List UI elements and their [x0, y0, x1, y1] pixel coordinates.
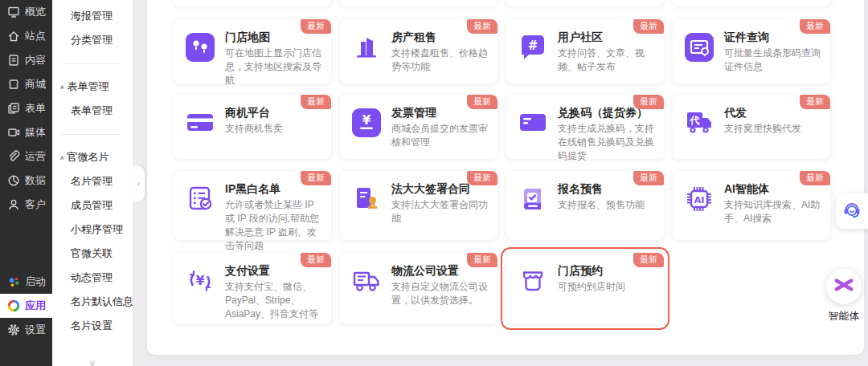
new-badge: 最新	[467, 171, 497, 185]
card-description: 支持知识库搜索、AI助手、AI搜索	[724, 198, 821, 226]
media-icon	[7, 126, 20, 139]
card-title: 门店预约	[558, 263, 625, 278]
sidebar-item-top-3[interactable]: 商城	[0, 72, 52, 96]
nav-item-8[interactable]: 成员管理	[52, 193, 133, 218]
card-text: 支付设置 支持支付宝、微信、PayPal、Stripe、AsiaPay、抖音支付…	[225, 263, 321, 321]
agent-button[interactable]	[826, 269, 862, 304]
headset-icon	[841, 199, 862, 223]
card-description: 支持楼盘租售、价格趋势等功能	[391, 47, 488, 74]
app-card-门店地图[interactable]: 最新 门店地图 可在地图上显示门店信息，支持地区搜索及导航	[174, 19, 331, 83]
sidebar-item-top-1[interactable]: 站点	[0, 24, 52, 48]
sidebar-item-label: 运营	[25, 149, 46, 164]
card-row: 最新 商机平台 支持商机售卖 最新 ¥ 发票管理 商城会员提交的发票审核和管理 …	[174, 95, 864, 159]
sidebar-item-top-8[interactable]: 客户	[0, 193, 52, 217]
sidebar-item-label: 启动	[25, 274, 46, 289]
app-card-法大大签署合同[interactable]: 最新 法大大签署合同 支持法大大签署合同功能	[340, 171, 497, 240]
apps-panel: 最新 门店地图 可在地图上显示门店信息，支持地区搜索及导航 最新 房产租售 支持…	[147, 0, 864, 355]
nav-group-header-3[interactable]: ∧表单管理	[52, 75, 133, 99]
app-card-AI智能体[interactable]: 最新 AI AI智能体 支持知识库搜索、AI助手、AI搜索	[673, 171, 830, 240]
new-badge: 最新	[301, 171, 331, 185]
sidebar-item-top-0[interactable]: 概览	[0, 0, 52, 24]
bank-card-icon	[184, 107, 216, 139]
app-card-商机平台[interactable]: 最新 商机平台 支持商机售卖	[174, 95, 331, 159]
nav-divider	[62, 63, 121, 64]
partial-card[interactable]	[506, 0, 664, 6]
truck-dai-icon: 代	[683, 107, 715, 139]
card-text: 证件查询 可批量生成条形码查询证件信息	[724, 30, 821, 74]
new-badge: 最新	[301, 19, 331, 34]
mall-icon	[7, 78, 20, 91]
apps-card-grid: 最新 门店地图 可在地图上显示门店信息，支持地区搜索及导航 最新 房产租售 支持…	[147, 0, 864, 324]
card-text: 门店预约 可预约到店时间	[558, 263, 625, 297]
nav-item-9[interactable]: 小程序管理	[52, 218, 133, 242]
new-badge: 最新	[301, 95, 331, 109]
nav-group-label: 官微名片	[68, 151, 109, 163]
card-description: 支持商机售卖	[225, 122, 283, 136]
sidebar-collapse-handle[interactable]: ‹	[133, 165, 145, 202]
data-icon	[7, 174, 20, 187]
app-card-门店预约[interactable]: 最新 门店预约 可预约到店时间	[506, 253, 664, 324]
sidebar-item-bottom-1[interactable]: 应用	[0, 294, 52, 318]
sidebar-item-top-4[interactable]: 表单	[0, 96, 52, 120]
storefront-icon	[517, 265, 549, 297]
sidebar-item-label: 站点	[25, 29, 46, 43]
checklist-icon	[184, 183, 216, 215]
partial-card[interactable]	[174, 0, 331, 6]
chevron-up-icon: ∧	[59, 148, 65, 168]
partial-card[interactable]	[673, 0, 830, 6]
app-card-报名预售[interactable]: 最新 报名预售 支持报名、预售功能	[506, 171, 664, 240]
sidebar-item-bottom-2[interactable]: 设置	[0, 318, 52, 342]
sidebar-item-bottom-0[interactable]: 启动	[0, 270, 52, 294]
agent-widget: 智能体	[825, 269, 863, 323]
sidebar-item-top-2[interactable]: 内容	[0, 48, 52, 72]
app-card-IP黑白名单[interactable]: 最新 IP黑白名单 允许或者禁止某些 IP 或 IP 段的访问,帮助您解决恶意 …	[174, 171, 331, 240]
form-icon	[7, 102, 20, 115]
nav-item-11[interactable]: 动态管理	[52, 266, 133, 290]
app-card-发票管理[interactable]: 最新 ¥ 发票管理 商城会员提交的发票审核和管理	[340, 95, 497, 159]
nav-item-4[interactable]: 表单管理	[52, 99, 133, 123]
card-row: 最新 门店地图 可在地图上显示门店信息，支持地区搜索及导航 最新 房产租售 支持…	[174, 19, 864, 83]
scroll-more-chevron-icon[interactable]: ∨	[52, 357, 133, 366]
card-text: 发票管理 商城会员提交的发票审核和管理	[391, 105, 488, 149]
app-card-支付设置[interactable]: 最新 ¥ 支付设置 支持支付宝、微信、PayPal、Stripe、AsiaPay…	[174, 253, 331, 324]
nav-item-10[interactable]: 官微关联	[52, 242, 133, 266]
new-badge: 最新	[633, 253, 664, 267]
app-card-证件查询[interactable]: 最新 证件查询 可批量生成条形码查询证件信息	[673, 19, 830, 83]
partial-card[interactable]	[340, 0, 497, 6]
app-card-房产租售[interactable]: 最新 房产租售 支持楼盘租售、价格趋势等功能	[340, 19, 497, 83]
customer-icon	[7, 198, 20, 211]
card-description: 支持支付宝、微信、PayPal、Stripe、AsiaPay、抖音支付等	[225, 280, 321, 321]
secondary-sidebar: 海报管理分类管理∧表单管理表单管理∧官微名片名片管理成员管理小程序管理官微关联动…	[52, 0, 133, 366]
app-card-物流公司设置[interactable]: 最新 物流公司设置 支持自定义物流公司设置，以供发货选择。	[340, 253, 497, 324]
card-title: 代发	[724, 105, 801, 120]
sidebar-item-top-6[interactable]: 运营	[0, 144, 52, 169]
ai-chip-icon: AI	[683, 183, 715, 215]
app-card-用户社区[interactable]: 最新 # 用户社区 支持问答、文章、视频、帖子发布	[506, 19, 664, 83]
svg-text:¥: ¥	[195, 273, 204, 288]
settings-icon	[7, 323, 20, 336]
nav-item-0[interactable]: 海报管理	[52, 4, 133, 28]
nav-item-1[interactable]: 分类管理	[52, 28, 133, 52]
sidebar-item-label: 媒体	[25, 125, 46, 140]
sidebar-item-top-7[interactable]: 数据	[0, 169, 52, 193]
chevron-up-icon: ∧	[59, 78, 65, 97]
svg-text:#: #	[528, 39, 538, 53]
customer-service-button[interactable]	[836, 193, 868, 229]
new-badge: 最新	[800, 19, 830, 34]
card-text: 房产租售 支持楼盘租售、价格趋势等功能	[391, 30, 488, 74]
nav-item-13[interactable]: 名片设置	[52, 314, 133, 338]
sidebar-item-label: 应用	[25, 299, 46, 313]
app-card-兑换码（提货券）[interactable]: 最新 兑换码（提货券） 支持生成兑换码，支持在线销售兑换码及兑换码提货	[506, 95, 664, 159]
card-title: 报名预售	[558, 181, 645, 196]
nav-item-7[interactable]: 名片管理	[52, 169, 133, 193]
app-card-代发[interactable]: 最新 代 代发 支持窝里快购代发	[673, 95, 830, 159]
sidebar-item-label: 表单	[25, 101, 46, 116]
card-description: 支持法大大签署合同功能	[391, 198, 488, 226]
nav-item-12[interactable]: 名片默认信息	[52, 290, 133, 314]
overview-icon	[7, 6, 20, 18]
sidebar-item-top-5[interactable]: 媒体	[0, 120, 52, 144]
primary-sidebar: 概览站点内容商城表单媒体运营数据客户 启动应用设置	[0, 0, 52, 366]
card-description: 允许或者禁止某些 IP 或 IP 段的访问,帮助您解决恶意 IP 盗刷、攻击等问…	[225, 198, 321, 253]
secondary-nav-list: 海报管理分类管理∧表单管理表单管理∧官微名片名片管理成员管理小程序管理官微关联动…	[52, 4, 133, 338]
nav-group-header-6[interactable]: ∧官微名片	[52, 145, 133, 169]
